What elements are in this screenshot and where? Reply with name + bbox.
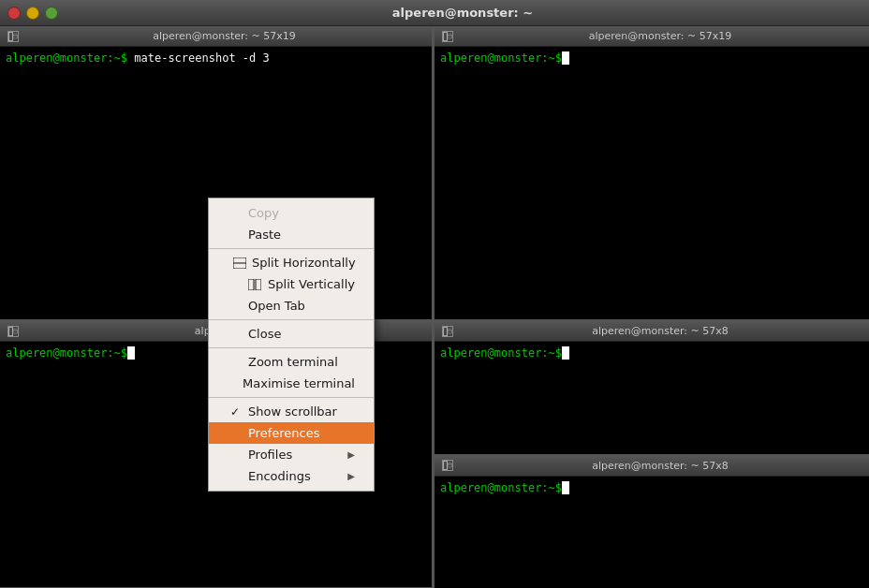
menu-label-close: Close [248, 327, 281, 341]
svg-rect-3 [449, 35, 452, 36]
menu-label-preferences: Preferences [248, 426, 319, 440]
menu-label-paste: Paste [248, 228, 281, 242]
menu-separator-2 [209, 319, 374, 320]
split-h-icon [233, 257, 246, 270]
arrow-encodings: ▶ [347, 471, 355, 481]
check-scrollbar: ✓ [228, 405, 243, 419]
pane-icon-top-right [442, 31, 453, 42]
pane-icon-bottom-right-top [442, 326, 453, 337]
pane-header-top-left: alperen@monster: ~ 57x19 [0, 26, 432, 47]
pane-title-top-right: alperen@monster: ~ 57x19 [459, 30, 862, 42]
pane-title-bottom-right-top: alperen@monster: ~ 57x8 [459, 325, 862, 337]
menu-item-preferences[interactable]: Preferences [209, 422, 374, 444]
prompt-top-right: alperen@monster:~$ [440, 51, 562, 65]
pane-title-bottom-right-bottom: alperen@monster: ~ 57x8 [459, 460, 862, 472]
cursor-top-right [562, 51, 569, 65]
terminal-pane-top-right[interactable]: alperen@monster: ~ 57x19 alperen@monster… [434, 26, 869, 321]
svg-rect-7 [449, 330, 452, 331]
menu-item-zoom[interactable]: Zoom terminal [209, 351, 374, 373]
right-col: alperen@monster: ~ 57x8 alperen@monster:… [434, 321, 869, 588]
svg-rect-13 [256, 279, 261, 290]
menu-item-scrollbar[interactable]: ✓ Show scrollbar [209, 401, 374, 422]
svg-rect-0 [13, 35, 18, 38]
svg-rect-9 [449, 463, 452, 464]
terminal-pane-bottom-right-top[interactable]: alperen@monster: ~ 57x8 alperen@monster:… [434, 321, 869, 456]
svg-rect-1 [14, 35, 18, 36]
menu-label-open-tab: Open Tab [248, 299, 305, 313]
terminal-content-bottom-right-bottom: alperen@monster:~$ [434, 477, 869, 500]
menu-item-profiles[interactable]: Profiles ▶ [209, 444, 374, 465]
menu-label-split-h: Split Horizontally [252, 256, 356, 270]
svg-rect-4 [13, 330, 18, 333]
terminal-content-top-right: alperen@monster:~$ [434, 47, 869, 70]
prompt-top-left: alperen@monster:~$ [6, 51, 127, 65]
menu-item-encodings[interactable]: Encodings ▶ [209, 465, 374, 487]
menu-separator-1 [209, 248, 374, 249]
cursor-bottom-right-bottom [562, 481, 569, 494]
prompt-bottom-left: alperen@monster:~$ [6, 346, 127, 360]
cmd-top-left: mate-screenshot -d 3 [127, 51, 270, 65]
menu-item-split-v[interactable]: Split Vertically [209, 273, 374, 295]
prompt-bottom-right-bottom: alperen@monster:~$ [440, 481, 562, 494]
menu-label-scrollbar: Show scrollbar [248, 404, 337, 419]
context-menu: Copy Paste Split Horizontally [208, 198, 375, 492]
maximize-button[interactable] [45, 7, 58, 20]
close-button[interactable] [7, 7, 21, 20]
svg-rect-8 [448, 463, 452, 467]
svg-rect-5 [14, 330, 18, 331]
menu-label-maximise: Maximise terminal [243, 376, 355, 390]
window-title: alperen@monster: ~ [64, 6, 862, 20]
cursor-bottom-left [127, 346, 135, 360]
menu-item-maximise[interactable]: Maximise terminal [209, 373, 374, 394]
terminal-area: alperen@monster: ~ 57x19 alperen@monster… [0, 26, 869, 588]
pane-icon-bottom-left [7, 326, 19, 337]
terminal-pane-bottom-right-bottom[interactable]: alperen@monster: ~ 57x8 alperen@monster:… [434, 456, 869, 589]
minimize-button[interactable] [26, 7, 39, 20]
menu-separator-4 [209, 397, 374, 398]
menu-separator-3 [209, 347, 374, 348]
menu-item-copy[interactable]: Copy [209, 202, 374, 224]
menu-item-close[interactable]: Close [209, 323, 374, 345]
menu-label-profiles: Profiles [248, 448, 292, 462]
pane-title-top-left: alperen@monster: ~ 57x19 [24, 30, 424, 42]
menu-label-encodings: Encodings [248, 469, 311, 483]
titlebar: alperen@monster: ~ [0, 0, 869, 26]
menu-label-split-v: Split Vertically [268, 277, 355, 291]
pane-header-bottom-right-top: alperen@monster: ~ 57x8 [434, 321, 869, 342]
svg-rect-6 [448, 330, 452, 333]
arrow-profiles: ▶ [347, 449, 355, 460]
terminal-content-bottom-right-top: alperen@monster:~$ [434, 342, 869, 365]
pane-icon-top-left [7, 31, 19, 42]
split-v-icon [248, 278, 263, 291]
pane-header-top-right: alperen@monster: ~ 57x19 [434, 26, 869, 47]
svg-rect-2 [448, 35, 452, 38]
menu-label-zoom: Zoom terminal [248, 355, 338, 369]
menu-item-split-h[interactable]: Split Horizontally [209, 252, 374, 273]
pane-icon-bottom-right-bottom [442, 460, 453, 471]
prompt-bottom-right-top: alperen@monster:~$ [440, 346, 562, 360]
pane-header-bottom-right-bottom: alperen@monster: ~ 57x8 [434, 456, 869, 477]
menu-item-open-tab[interactable]: Open Tab [209, 295, 374, 316]
menu-item-paste[interactable]: Paste [209, 224, 374, 245]
svg-rect-12 [248, 279, 254, 290]
menu-label-copy: Copy [248, 206, 279, 220]
cursor-bottom-right-top [562, 346, 569, 360]
terminal-content-top-left: alperen@monster:~$ mate-screenshot -d 3 [0, 47, 432, 70]
